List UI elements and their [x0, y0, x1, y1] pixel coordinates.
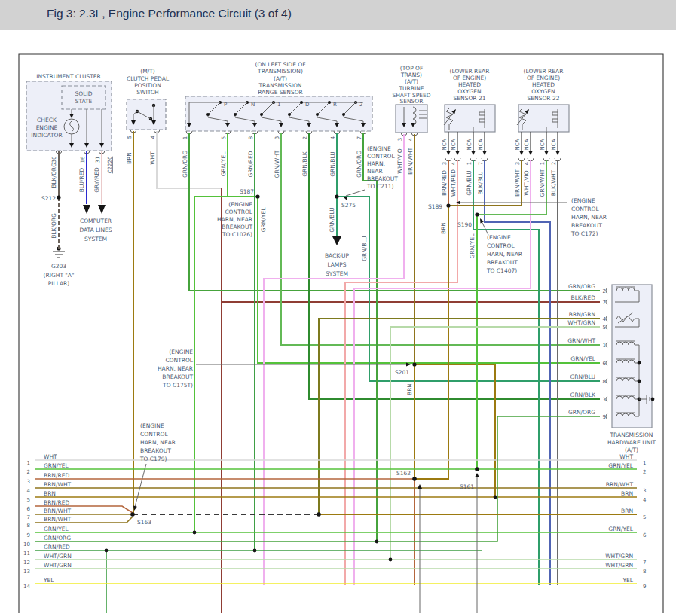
row-number: 11	[23, 550, 30, 557]
wire-label: GRN/BLK	[301, 151, 308, 176]
note-c172: (ENGINE CONTROL HARN, NEAR BREAKOUT TO C…	[456, 197, 607, 237]
row-label: BRN/RED	[44, 499, 69, 506]
wire-label: GRN/BLK	[570, 392, 596, 398]
pin-number: 3	[274, 136, 280, 139]
solid-state-label: STATE	[75, 98, 93, 105]
wire-label: BRN/WHT	[514, 169, 521, 197]
row-label: GRN/YEL	[608, 526, 633, 532]
component-title: (LOWER REAR	[524, 68, 564, 75]
from-below-arrows	[418, 473, 479, 613]
component-title: OXYGEN	[531, 88, 555, 95]
component-title: OF ENGINE)	[527, 75, 560, 81]
system-label: BACK-UP	[325, 252, 350, 259]
row-label: WHT	[619, 453, 633, 460]
wire-label: GRN/RED	[247, 151, 254, 177]
row-number: 1	[27, 460, 30, 466]
wire-label: BLK/BLU	[477, 171, 484, 194]
note-line: (ENGINE	[228, 201, 252, 208]
component-title: TURBINE	[399, 85, 424, 92]
row-label: YEL	[43, 577, 54, 584]
wire-label: WHT/VIO	[523, 170, 530, 196]
pin-number: 4	[524, 161, 530, 165]
note-line: HARN, NEAR	[571, 214, 607, 221]
row-number: 3	[643, 488, 646, 494]
note-c1407: (ENGINE CONTROL HARN, NEAR BREAKOUT TO C…	[479, 218, 522, 274]
component-title: (A/T)	[274, 75, 287, 82]
system-label: LAMPS	[327, 261, 346, 268]
note-line: CONTROL	[367, 153, 395, 160]
wire-label: GRN/BLU	[570, 374, 595, 380]
component-label: TRANSMISSION	[610, 432, 653, 438]
row-number: 3	[27, 479, 30, 485]
splice-label: S190	[457, 221, 472, 228]
row-number: 2	[643, 469, 646, 475]
pin-number: 2	[551, 162, 557, 165]
system-arrow-icon	[98, 205, 106, 214]
component-title: (LOWER REAR	[450, 68, 490, 75]
wire-label: WHT/RED	[450, 169, 457, 197]
component-title: SENSOR	[400, 98, 424, 105]
nca-label: NCA	[551, 139, 557, 150]
wire-label: GRN/YEL	[220, 151, 227, 176]
pin-number: 4	[330, 136, 336, 139]
note-line: (ENGINE	[140, 422, 164, 429]
note-line: TO C172)	[570, 230, 598, 237]
row-label: GRN/YEL	[44, 526, 69, 532]
gear-position: D	[305, 102, 309, 108]
row-number: 10	[23, 541, 30, 547]
system-label: COMPUTER	[80, 218, 112, 224]
check-engine-label: ENGINE	[36, 124, 58, 131]
wire-label: WHT/VIO	[396, 148, 403, 174]
component-title: (ON LEFT SIDE OF	[255, 61, 306, 68]
row-number: 1	[643, 460, 646, 466]
wire-label: BRN/WHT	[407, 148, 414, 175]
note-line: HARN, NEAR	[158, 365, 193, 372]
component-title: SWITCH	[136, 89, 158, 96]
nca-label: NCA	[451, 139, 457, 150]
pin-number: 7	[478, 162, 484, 165]
component-title: OF ENGINE)	[453, 75, 486, 81]
row-label: GRN/YEL	[608, 462, 633, 469]
row-number: 12	[23, 560, 30, 566]
component-title: CLUTCH PEDAL	[127, 75, 170, 82]
note-line: (ENGINE	[571, 197, 595, 204]
note-line: TO C175T)	[162, 382, 193, 389]
diagram-border	[19, 54, 663, 613]
wire-label: BRN/RED	[441, 170, 448, 196]
row-number: 14	[23, 584, 30, 590]
check-engine-label: INDICATOR	[31, 132, 62, 139]
note-line: NEAR	[367, 168, 383, 175]
row-label: GRN/ORG	[44, 535, 71, 541]
row-number: 8	[27, 523, 30, 529]
note-line: (ENGINE	[169, 349, 193, 355]
wire-label: GRN/BLU	[329, 151, 336, 177]
pin-number: 16	[80, 156, 86, 163]
pin-number: 3	[397, 138, 403, 141]
row-label: YEL	[622, 577, 634, 584]
component-label: HARDWARE UNIT	[607, 439, 656, 446]
system-label: SYSTEM	[84, 236, 107, 242]
splice-label: S212	[41, 195, 56, 202]
wire-label: BLK/WHT	[550, 169, 557, 196]
pin-number: 7	[356, 136, 362, 139]
wire-label: BRN	[126, 152, 133, 164]
row-number: 13	[23, 569, 30, 575]
row-label: WHT/GRN	[605, 553, 633, 560]
figure-title-bar: Fig 3: 2.3L, Engine Performance Circuit …	[0, 0, 676, 30]
splice-label: S161	[460, 483, 474, 490]
component-title: TRANSMISSION	[258, 82, 302, 89]
pin-number: 8	[603, 379, 606, 385]
row-label: BRN/WHT	[44, 516, 72, 523]
transmission-range-sensor: (ON LEFT SIDE OF TRANSMISSION) (A/T) TRA…	[182, 61, 372, 178]
component-title: POSITION	[134, 82, 161, 89]
row-number: 9	[27, 532, 30, 538]
row-number: 4	[643, 497, 647, 503]
pin-number: 4	[408, 137, 414, 141]
row-number: 7	[643, 560, 646, 566]
note-c175t: (ENGINE CONTROL HARN, NEAR BREAKOUT TO C…	[158, 349, 411, 389]
note-line: BREAKOUT	[571, 222, 602, 229]
pin-number: 9	[603, 414, 606, 420]
wire-label: BRN/GRN	[569, 311, 595, 318]
nca-label: NCA	[515, 139, 521, 150]
row-number: 6	[643, 532, 647, 538]
